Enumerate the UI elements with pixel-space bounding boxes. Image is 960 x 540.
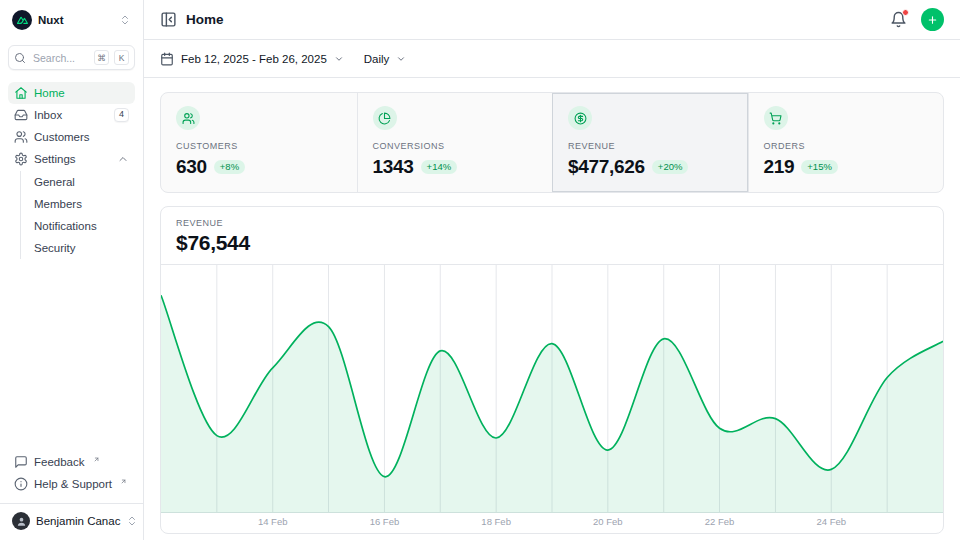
- sidebar-item-label: Inbox: [34, 109, 108, 121]
- unread-count-badge: 4: [114, 108, 129, 122]
- stat-card-customers[interactable]: CUSTOMERS630+8%: [161, 93, 357, 192]
- page-title: Home: [186, 12, 224, 27]
- search-icon: [14, 52, 26, 64]
- sidebar: Nuxt ⌘ K HomeInbox4CustomersSettingsGene…: [0, 0, 144, 540]
- stat-label: CONVERSIONS: [373, 141, 538, 151]
- stat-label: CUSTOMERS: [176, 141, 342, 151]
- sidebar-item-label: Feedback: [34, 456, 85, 468]
- stat-card-conversions[interactable]: CONVERSIONS1343+14%: [357, 93, 553, 192]
- inbox-icon: [14, 108, 28, 122]
- topbar-actions: [890, 8, 944, 31]
- avatar: [12, 512, 30, 530]
- notifications-bell-icon[interactable]: [890, 11, 907, 28]
- top-bar: Home: [144, 0, 960, 40]
- filter-toolbar: Feb 12, 2025 - Feb 26, 2025 Daily: [144, 40, 960, 78]
- external-arrow-icon: [120, 478, 127, 485]
- sidebar-item-inbox[interactable]: Inbox4: [8, 104, 135, 126]
- stat-value: $477,626: [568, 156, 645, 178]
- workspace-switcher[interactable]: Nuxt: [8, 8, 135, 32]
- chevrons-up-down-icon: [119, 14, 131, 26]
- users-icon: [14, 130, 28, 144]
- sidebar-divider: [0, 503, 143, 504]
- stat-label: REVENUE: [568, 141, 733, 151]
- sidebar-item-home[interactable]: Home: [8, 82, 135, 104]
- user-menu[interactable]: Benjamin Canac: [8, 512, 135, 530]
- sidebar-item-feedback[interactable]: Feedback: [8, 451, 135, 473]
- cart-icon: [764, 106, 788, 130]
- sidebar-item-notifications[interactable]: Notifications: [34, 215, 135, 237]
- settings-subnav: GeneralMembersNotificationsSecurity: [20, 171, 135, 259]
- date-range-picker[interactable]: Feb 12, 2025 - Feb 26, 2025: [160, 52, 344, 66]
- gear-icon: [14, 152, 28, 166]
- chart-header: REVENUE $76,544: [161, 207, 943, 265]
- x-axis-tick: 18 Feb: [481, 516, 511, 527]
- dollar-circle-icon: [568, 106, 592, 130]
- kbd-k: K: [114, 50, 129, 65]
- date-range-label: Feb 12, 2025 - Feb 26, 2025: [181, 53, 327, 65]
- kbd-cmd: ⌘: [94, 50, 109, 65]
- stat-card-orders[interactable]: ORDERS219+15%: [748, 93, 944, 192]
- x-axis-tick: 20 Feb: [593, 516, 623, 527]
- sidebar-footer-nav: FeedbackHelp & Support: [8, 451, 135, 495]
- sidebar-item-customers[interactable]: Customers: [8, 126, 135, 148]
- external-arrow-icon: [93, 456, 100, 463]
- revenue-chart-card: REVENUE $76,544 14 Feb16 Feb18 Feb20 Feb…: [160, 206, 944, 534]
- notification-dot: [902, 9, 909, 16]
- nuxt-logo-icon: [12, 10, 32, 30]
- stat-delta-badge: +15%: [801, 160, 838, 175]
- sidebar-nav: HomeInbox4CustomersSettingsGeneralMember…: [8, 82, 135, 260]
- sidebar-item-members[interactable]: Members: [34, 193, 135, 215]
- stat-delta-badge: +20%: [652, 160, 689, 175]
- period-select[interactable]: Daily: [364, 53, 407, 65]
- sidebar-item-label: Help & Support: [34, 478, 112, 490]
- chart-metric-value: $76,544: [176, 231, 928, 255]
- x-axis-tick: 24 Feb: [816, 516, 846, 527]
- x-axis-tick: 16 Feb: [370, 516, 400, 527]
- chevron-up-icon: [117, 153, 129, 165]
- sidebar-item-label: Customers: [34, 131, 129, 143]
- chevrons-up-down-icon: [126, 515, 138, 527]
- sidebar-item-label: Settings: [34, 153, 111, 165]
- chevron-down-icon: [396, 54, 406, 64]
- chevron-down-icon: [334, 54, 344, 64]
- sidebar-item-general[interactable]: General: [34, 171, 135, 193]
- calendar-icon: [160, 52, 174, 66]
- workspace-name: Nuxt: [38, 14, 113, 26]
- x-axis-tick: 14 Feb: [258, 516, 288, 527]
- info-icon: [14, 477, 28, 491]
- main-area: Home Feb 12, 2025 - Feb 26, 2025 Daily: [144, 0, 960, 540]
- message-icon: [14, 455, 28, 469]
- stat-delta-badge: +8%: [214, 160, 245, 175]
- stat-value: 1343: [373, 156, 414, 178]
- search-box[interactable]: ⌘ K: [8, 45, 135, 70]
- sidebar-item-help-support[interactable]: Help & Support: [8, 473, 135, 495]
- stat-delta-badge: +14%: [421, 160, 458, 175]
- stats-panel: CUSTOMERS630+8%CONVERSIONS1343+14%REVENU…: [160, 92, 944, 193]
- period-label: Daily: [364, 53, 390, 65]
- x-axis-labels: 14 Feb16 Feb18 Feb20 Feb22 Feb24 Feb: [161, 513, 943, 532]
- stat-value: 219: [764, 156, 795, 178]
- pie-chart-icon: [373, 106, 397, 130]
- sidebar-spacer: [8, 260, 135, 451]
- stat-label: ORDERS: [764, 141, 929, 151]
- stat-value: 630: [176, 156, 207, 178]
- search-input[interactable]: [31, 51, 89, 65]
- sidebar-item-settings[interactable]: Settings: [8, 148, 135, 170]
- sidebar-toggle-icon[interactable]: [160, 11, 177, 28]
- dashboard-content: CUSTOMERS630+8%CONVERSIONS1343+14%REVENU…: [144, 78, 960, 540]
- sidebar-item-label: Home: [34, 87, 129, 99]
- add-button[interactable]: [921, 8, 944, 31]
- chart-svg: [161, 265, 943, 513]
- chart-metric-label: REVENUE: [176, 218, 928, 228]
- x-axis-tick: 22 Feb: [705, 516, 735, 527]
- users-icon: [176, 106, 200, 130]
- home-icon: [14, 86, 28, 100]
- sidebar-item-security[interactable]: Security: [34, 237, 135, 259]
- stat-card-revenue[interactable]: REVENUE$477,626+20%: [552, 93, 748, 192]
- revenue-area-chart[interactable]: [161, 265, 943, 513]
- app-window: Nuxt ⌘ K HomeInbox4CustomersSettingsGene…: [0, 0, 960, 540]
- user-name: Benjamin Canac: [36, 515, 120, 527]
